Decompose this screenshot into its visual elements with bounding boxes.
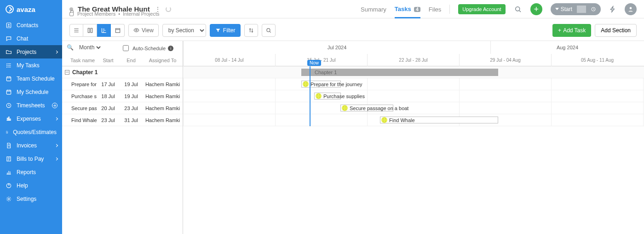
- tab-summary[interactable]: Summary: [361, 6, 386, 18]
- plus-icon[interactable]: [52, 103, 58, 108]
- timer-pill[interactable]: Start: [551, 3, 601, 15]
- section-name: Chapter 1: [72, 69, 98, 76]
- tab-tasks-label: Tasks: [395, 6, 411, 12]
- tasks-count-badge: 4: [414, 7, 420, 12]
- brand[interactable]: avaza: [0, 0, 62, 18]
- expense-icon: [6, 116, 12, 122]
- task-bar[interactable]: Secure passage on a boat: [340, 105, 393, 111]
- task-bar[interactable]: Find Whale: [380, 117, 498, 123]
- calendar-icon: [6, 89, 12, 95]
- task-row[interactable]: Find Whale 23 Jul 31 Jul Hachem Ramki: [62, 114, 183, 126]
- grouping-select[interactable]: by Section: [162, 24, 206, 37]
- svg-rect-2: [6, 76, 11, 81]
- sidebar-item-contacts[interactable]: Contacts: [0, 18, 62, 32]
- sidebar-item-reports[interactable]: Reports: [0, 165, 62, 179]
- week-cell: 29 Jul - 04 Aug: [459, 54, 551, 66]
- sidebar-item-label: Expenses: [17, 116, 41, 122]
- task-row[interactable]: Prepare for the 17 Jul 19 Jul Hachem Ram…: [62, 78, 183, 90]
- svg-rect-12: [91, 28, 92, 32]
- gantt-view-button[interactable]: [97, 24, 111, 37]
- sidebar-item-label: Settings: [17, 196, 36, 202]
- svg-point-10: [630, 7, 632, 9]
- calendar-view-button[interactable]: [111, 24, 125, 37]
- add-task-button[interactable]: +Add Task: [552, 24, 591, 37]
- task-end: 31 Jul: [120, 117, 143, 123]
- loading-icon: [166, 6, 171, 12]
- gantt-task-row: Prepare for the journey: [183, 78, 644, 90]
- members-link[interactable]: Project Members: [77, 11, 115, 17]
- task-end: 23 Jul: [120, 105, 143, 111]
- sidebar-item-settings[interactable]: Settings: [0, 192, 62, 205]
- gantt-task-row: Purchase supplies: [183, 90, 644, 102]
- tab-files[interactable]: Files: [429, 6, 441, 18]
- task-end: 19 Jul: [120, 82, 143, 87]
- col-assigned: Assigned To: [143, 58, 183, 63]
- task-start: 18 Jul: [97, 94, 120, 99]
- bolt-icon[interactable]: [609, 6, 616, 13]
- chat-icon: [6, 35, 12, 42]
- sidebar-item-label: Quotes/Estimates: [13, 129, 57, 135]
- search-icon[interactable]: 🔍: [67, 44, 74, 51]
- tasks-icon: [6, 62, 12, 69]
- col-end: End: [120, 58, 143, 63]
- contacts-icon: [6, 22, 12, 29]
- task-bar-label: Find Whale: [389, 117, 415, 123]
- scale-select[interactable]: Month: [77, 44, 102, 51]
- week-cell: 08 Jul - 14 Jul: [183, 54, 275, 66]
- auto-schedule-checkbox[interactable]: [123, 45, 129, 51]
- sidebar-item-label: My Schedule: [17, 89, 48, 95]
- avatar-icon: [316, 93, 322, 99]
- sidebar-item-label: Invoices: [17, 142, 37, 149]
- sidebar-item-invoices[interactable]: Invoices: [0, 139, 62, 152]
- collapse-icon[interactable]: [65, 70, 69, 75]
- filter-button[interactable]: Filter: [210, 24, 241, 37]
- sidebar-item-help[interactable]: Help: [0, 179, 62, 192]
- bills-icon: [6, 156, 12, 162]
- sidebar-item-label: Timesheets: [17, 102, 45, 109]
- auto-schedule-toggle[interactable]: Auto-Schedule i: [121, 44, 173, 53]
- avatar-icon: [342, 105, 348, 111]
- board-view-button[interactable]: [83, 24, 97, 37]
- task-bar-label: Prepare for the journey: [310, 82, 362, 87]
- task-bar-label: Secure passage on a boat: [350, 105, 408, 111]
- add-button[interactable]: +: [530, 3, 542, 15]
- sidebar-item-chat[interactable]: Chat: [0, 32, 62, 45]
- sidebar-item-timesheets[interactable]: Timesheets: [0, 99, 62, 112]
- help-icon: [6, 182, 12, 189]
- tab-tasks[interactable]: Tasks 4: [395, 6, 420, 18]
- sidebar-item-mytasks[interactable]: My Tasks: [0, 58, 62, 72]
- list-view-button[interactable]: [69, 24, 83, 37]
- gantt-task-row: Secure passage on a boat: [183, 102, 644, 114]
- category-label: Internal Projects: [123, 11, 159, 17]
- section-row[interactable]: Chapter 1: [62, 66, 183, 78]
- document-icon: [6, 129, 8, 135]
- user-avatar[interactable]: [625, 3, 637, 15]
- sidebar-item-teamschedule[interactable]: Team Schedule: [0, 72, 62, 85]
- invoice-icon: [6, 142, 12, 149]
- gear-icon: [6, 196, 12, 202]
- task-bar[interactable]: Purchase supplies: [314, 93, 341, 99]
- sidebar-item-myschedule[interactable]: My Schedule: [0, 85, 62, 99]
- svg-point-7: [8, 198, 10, 200]
- info-icon[interactable]: i: [168, 46, 173, 51]
- sidebar-item-expenses[interactable]: Expenses: [0, 112, 62, 125]
- task-bar[interactable]: Prepare for the journey: [301, 81, 341, 88]
- sidebar-item-quotes[interactable]: Quotes/Estimates: [0, 125, 62, 139]
- sidebar-item-label: My Tasks: [17, 62, 40, 69]
- search-icon[interactable]: [514, 5, 522, 13]
- week-cell: 22 Jul - 28 Jul: [367, 54, 459, 66]
- gantt-right-pane[interactable]: Jul 2024 Aug 2024 08 Jul - 14 Jul 15 Jul…: [183, 41, 644, 234]
- task-row[interactable]: Purchase supp 18 Jul 19 Jul Hachem Ramki: [62, 90, 183, 102]
- upgrade-button[interactable]: Upgrade Account: [458, 4, 505, 14]
- task-start: 20 Jul: [97, 105, 120, 111]
- sidebar-item-projects[interactable]: Projects: [0, 45, 62, 58]
- sidebar-item-bills[interactable]: Bills to Pay: [0, 152, 62, 165]
- filter-icon: [215, 28, 221, 33]
- add-section-button[interactable]: Add Section: [595, 24, 637, 37]
- task-row[interactable]: Secure passag 20 Jul 23 Jul Hachem Ramki: [62, 102, 183, 114]
- sidebar-item-label: Team Schedule: [17, 76, 55, 82]
- search-tasks-button[interactable]: [262, 24, 276, 37]
- section-bar[interactable]: Chapter 1: [301, 69, 498, 76]
- sort-button[interactable]: [244, 24, 258, 37]
- view-options-button[interactable]: View: [128, 24, 159, 37]
